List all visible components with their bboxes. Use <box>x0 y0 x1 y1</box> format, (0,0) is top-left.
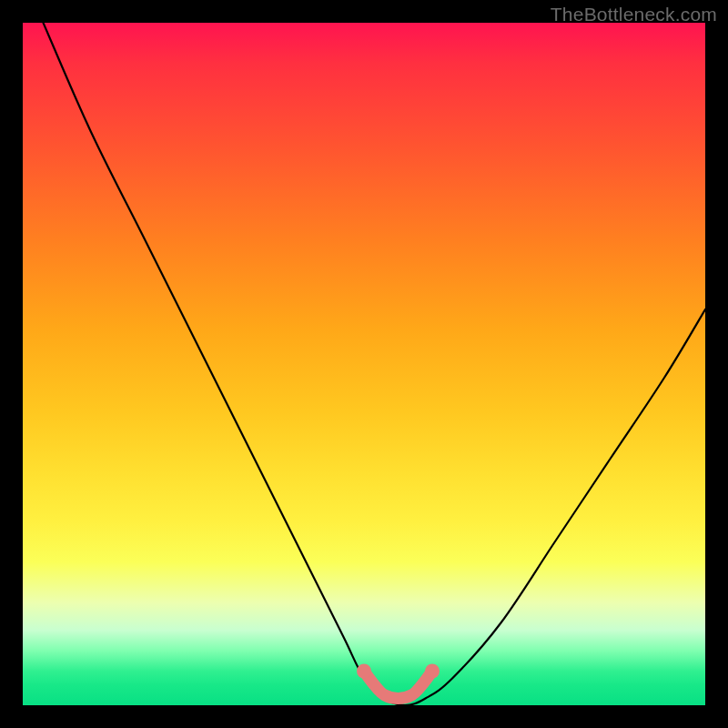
optimal-band-endpoint-right <box>425 664 440 679</box>
bottleneck-curve <box>44 23 706 705</box>
optimal-band <box>364 672 432 699</box>
chart-frame: TheBottleneck.com <box>0 0 728 728</box>
chart-svg <box>23 23 705 705</box>
optimal-band-endpoint-left <box>357 664 371 679</box>
plot-area <box>23 23 705 705</box>
